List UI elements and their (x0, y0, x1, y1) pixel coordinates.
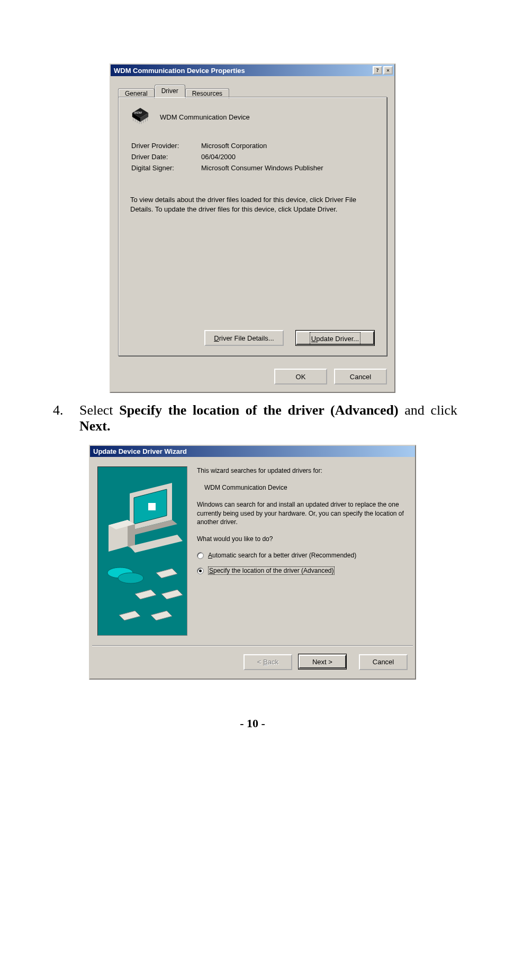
wizard-side-graphic (97, 466, 187, 636)
wizard-question: What would you like to do? (197, 535, 408, 543)
driver-help-text: To view details about the driver files l… (130, 195, 375, 214)
date-label: Driver Date: (131, 152, 200, 162)
tab-row: General Driver Resources (118, 84, 387, 97)
device-chip-icon: WDM (130, 107, 150, 127)
radio-auto-search[interactable]: Automatic search for a better driver (Re… (197, 552, 408, 559)
help-button[interactable]: ? (373, 66, 382, 75)
properties-dialog: WDM Communication Device Properties ? ✕ … (110, 63, 395, 393)
signer-value: Microsoft Consumer Windows Publisher (201, 163, 323, 173)
wizard-cancel-button[interactable]: Cancel (359, 654, 408, 670)
tab-driver[interactable]: Driver (155, 85, 185, 97)
wizard-desc: Windows can search for and install an up… (197, 500, 408, 526)
svg-marker-22 (156, 569, 177, 578)
titlebar: WDM Communication Device Properties ? ✕ (111, 65, 394, 76)
device-name: WDM Communication Device (160, 113, 250, 121)
svg-marker-24 (161, 590, 183, 599)
dialog-title: WDM Communication Device Properties (114, 67, 372, 75)
radio-auto-label: Automatic search for a better driver (Re… (208, 552, 356, 559)
svg-text:WDM: WDM (134, 111, 142, 114)
ok-button[interactable]: OK (274, 369, 327, 384)
wizard-intro: This wizard searches for updated drivers… (197, 466, 408, 475)
back-button: < Back (244, 654, 292, 670)
date-value: 06/04/2000 (201, 152, 323, 162)
svg-point-21 (118, 573, 143, 583)
svg-marker-23 (135, 590, 156, 599)
wizard-title: Update Device Driver Wizard (93, 447, 413, 455)
radio-icon (197, 552, 204, 559)
driver-tab-panel: WDM WDM Communication Device Driver Prov… (118, 97, 387, 356)
close-button[interactable]: ✕ (383, 66, 393, 75)
svg-marker-25 (119, 611, 140, 620)
radio-specify-location[interactable]: Specify the location of the driver (Adva… (197, 566, 408, 575)
radio-specify-label: Specify the location of the driver (Adva… (208, 566, 335, 575)
driver-info-table: Driver Provider: Microsoft Corporation D… (130, 140, 324, 174)
wizard-titlebar: Update Device Driver Wizard (90, 446, 415, 457)
provider-label: Driver Provider: (131, 141, 200, 151)
instruction-step-4: 4. Select Specify the location of the dr… (48, 402, 457, 434)
radio-icon (197, 567, 204, 574)
wizard-device-name: WDM Communication Device (204, 483, 408, 492)
signer-label: Digital Signer: (131, 163, 200, 173)
driver-file-details-button[interactable]: Driver File Details... (204, 330, 284, 346)
provider-value: Microsoft Corporation (201, 141, 323, 151)
page-number: - 10 - (48, 717, 457, 730)
next-button[interactable]: Next > (298, 654, 347, 670)
svg-marker-19 (130, 535, 183, 553)
update-driver-wizard-dialog: Update Device Driver Wizard (89, 445, 416, 680)
update-driver-button[interactable]: Update Driver... (295, 330, 375, 346)
step-number: 4. (48, 402, 79, 434)
cancel-button[interactable]: Cancel (334, 369, 387, 384)
step-text: Select Specify the location of the drive… (79, 402, 457, 434)
svg-rect-14 (148, 503, 156, 510)
svg-marker-26 (151, 611, 172, 620)
